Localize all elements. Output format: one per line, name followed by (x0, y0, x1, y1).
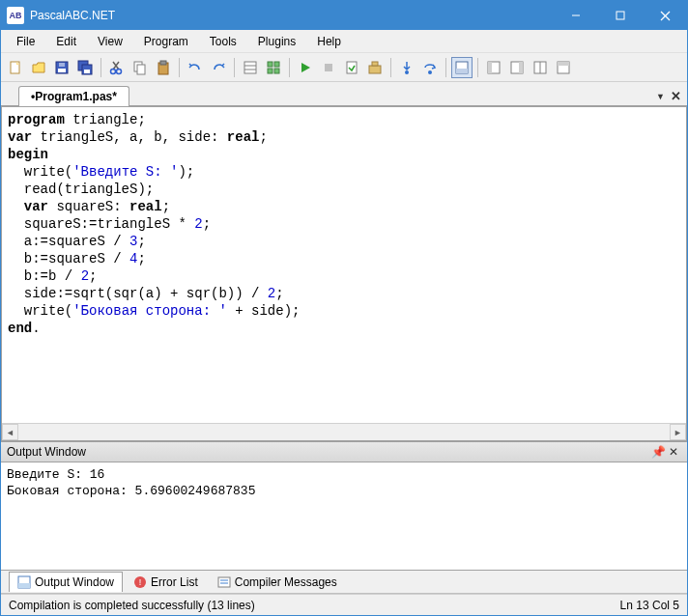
scroll-track[interactable] (18, 424, 670, 440)
properties-icon[interactable] (240, 57, 261, 78)
window-title: PascalABC.NET (30, 9, 554, 22)
svg-point-29 (428, 70, 432, 74)
cursor-position: Ln 13 Col 5 (620, 599, 679, 612)
svg-rect-39 (558, 62, 569, 66)
modules-icon[interactable] (263, 57, 284, 78)
run-icon[interactable] (295, 57, 316, 78)
svg-rect-26 (369, 66, 381, 73)
code-editor[interactable]: program triangle;var triangleS, a, b, si… (2, 107, 686, 424)
copy-icon[interactable] (129, 57, 151, 78)
btab-compiler-messages[interactable]: Compiler Messages (209, 572, 346, 593)
scroll-left-icon[interactable]: ◄ (2, 424, 18, 440)
svg-rect-27 (372, 62, 378, 66)
minimize-button[interactable] (554, 1, 598, 30)
window-layout-3-icon[interactable] (530, 57, 551, 78)
svg-point-12 (117, 69, 122, 73)
svg-rect-21 (274, 62, 279, 67)
separator (477, 58, 478, 77)
menu-file[interactable]: File (7, 32, 44, 51)
step-over-icon[interactable] (419, 57, 441, 78)
menu-tools[interactable]: Tools (200, 32, 246, 51)
scroll-right-icon[interactable]: ► (670, 424, 686, 440)
svg-rect-10 (84, 70, 90, 73)
bottom-tabbar: Output Window ! Error List Compiler Mess… (1, 571, 687, 594)
window-layout-2-icon[interactable] (506, 57, 528, 78)
separator (100, 58, 101, 77)
close-button[interactable] (643, 1, 687, 30)
output-panel-title: Output Window (7, 445, 86, 459)
stop-icon[interactable] (318, 57, 339, 78)
menu-program[interactable]: Program (134, 32, 198, 51)
compile-icon[interactable] (341, 57, 362, 78)
btab-label: Compiler Messages (235, 575, 337, 589)
redo-icon[interactable] (208, 57, 229, 78)
menubar: File Edit View Program Tools Plugins Hel… (1, 30, 687, 53)
output-panel-header: Output Window 📌 ✕ (1, 441, 687, 462)
svg-rect-35 (519, 62, 523, 73)
maximize-button[interactable] (598, 1, 643, 30)
tab-program1[interactable]: •Program1.pas* (18, 86, 129, 106)
status-message: Compilation is completed successfully (1… (9, 599, 620, 612)
output-window-toggle-icon[interactable] (451, 57, 473, 78)
svg-rect-14 (137, 65, 145, 74)
svg-point-11 (111, 69, 116, 73)
svg-rect-16 (160, 61, 166, 65)
svg-rect-23 (274, 69, 279, 73)
document-tabbar: •Program1.pas* ▼ ✕ (1, 82, 687, 106)
separator (179, 58, 180, 77)
separator (445, 58, 446, 77)
svg-text:!: ! (139, 577, 142, 587)
error-list-icon: ! (133, 575, 147, 589)
output-window-icon (17, 575, 31, 589)
menu-view[interactable]: View (88, 32, 132, 51)
menu-plugins[interactable]: Plugins (248, 32, 305, 51)
svg-rect-44 (218, 577, 230, 587)
new-file-icon[interactable] (5, 57, 26, 78)
toolbar (1, 53, 687, 82)
build-icon[interactable] (364, 57, 386, 78)
window-layout-1-icon[interactable] (483, 57, 504, 78)
svg-rect-24 (325, 64, 332, 71)
paste-icon[interactable] (153, 57, 174, 78)
close-panel-icon[interactable]: ✕ (666, 445, 681, 459)
svg-rect-6 (58, 69, 66, 72)
btab-output-window[interactable]: Output Window (9, 572, 123, 592)
btab-error-list[interactable]: ! Error List (125, 572, 207, 593)
tab-close-icon[interactable]: ✕ (671, 89, 681, 103)
save-all-icon[interactable] (74, 57, 96, 78)
menu-help[interactable]: Help (307, 32, 351, 51)
svg-rect-1 (616, 12, 624, 19)
svg-rect-22 (268, 69, 272, 73)
svg-point-28 (405, 70, 409, 74)
app-icon: AB (7, 7, 24, 24)
save-icon[interactable] (51, 57, 72, 78)
btab-label: Error List (151, 575, 198, 589)
horizontal-scrollbar[interactable]: ◄ ► (2, 424, 686, 440)
titlebar: AB PascalABC.NET (1, 1, 687, 30)
separator (289, 58, 290, 77)
separator (390, 58, 391, 77)
window-layout-4-icon[interactable] (553, 57, 574, 78)
btab-label: Output Window (35, 575, 114, 589)
editor-area: program triangle;var triangleS, a, b, si… (1, 106, 687, 441)
menu-edit[interactable]: Edit (46, 32, 86, 51)
tab-dropdown-icon[interactable]: ▼ (656, 92, 665, 101)
undo-icon[interactable] (185, 57, 206, 78)
svg-rect-17 (244, 62, 256, 73)
svg-rect-20 (268, 62, 272, 67)
cut-icon[interactable] (106, 57, 128, 78)
step-into-icon[interactable] (396, 57, 417, 78)
svg-rect-31 (456, 69, 468, 73)
statusbar: Compilation is completed successfully (1… (1, 594, 687, 615)
svg-rect-33 (488, 62, 492, 73)
svg-rect-25 (347, 62, 357, 73)
compiler-messages-icon (217, 575, 231, 589)
output-panel[interactable]: Введите S: 16 Боковая сторона: 5.6960024… (1, 462, 687, 571)
pin-icon[interactable]: 📌 (650, 445, 666, 459)
svg-rect-7 (59, 63, 65, 67)
open-file-icon[interactable] (28, 57, 49, 78)
separator (234, 58, 235, 77)
svg-rect-41 (18, 583, 30, 588)
